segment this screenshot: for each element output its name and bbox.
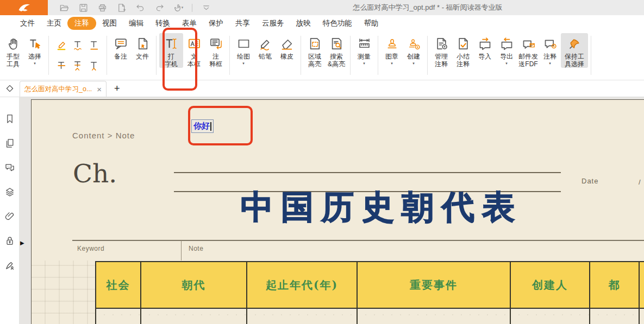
pages-panel-button[interactable] — [4, 138, 15, 149]
ribbon-group: 绘图▾铅笔橡皮 — [233, 33, 298, 78]
undo-button[interactable] — [135, 2, 146, 13]
menu-bar: 文件主页注释视图编辑转换表单保护共享云服务放映特色功能帮助 — [0, 15, 644, 31]
hand-gesture-button[interactable]: ▾ — [173, 2, 184, 13]
squiggly-underline-button[interactable] — [70, 35, 86, 55]
layers-panel-button[interactable] — [4, 187, 15, 198]
select-tool-button[interactable]: 选择▾ — [24, 33, 46, 66]
security-panel-button[interactable] — [4, 236, 15, 246]
hand-tool-button[interactable]: 手型工具 — [2, 33, 24, 68]
table-header-cell: 起止年代(年) — [247, 261, 358, 309]
measure-button[interactable]: 测量▾ — [353, 33, 375, 66]
highlight-button[interactable] — [53, 35, 70, 55]
document-area: Content > Note Ch. Date / 中国历史朝代表 Keywor… — [20, 97, 644, 324]
area-highlight-button[interactable]: 区域高亮 — [304, 33, 326, 68]
text-markup-grid — [52, 35, 104, 75]
menu-item[interactable]: 帮助 — [358, 17, 385, 30]
expand-panel-arrow[interactable]: ▶ — [20, 240, 24, 246]
table-header-cell: 创建人 — [511, 261, 590, 309]
page-title: 中国历史朝代表 — [241, 186, 522, 230]
redo-button[interactable] — [154, 2, 165, 13]
dropdown-caret-icon: ▾ — [412, 61, 415, 66]
undo-icon — [135, 3, 146, 13]
tab-close-icon[interactable]: × — [97, 85, 102, 93]
breadcrumb: Content > Note — [72, 131, 135, 140]
save-button[interactable] — [78, 2, 89, 13]
menu-item[interactable]: 主页 — [41, 17, 67, 30]
bookmarks-panel-button[interactable] — [4, 113, 15, 124]
insert-text-icon — [88, 59, 101, 72]
comments-panel-button[interactable] — [4, 162, 15, 173]
replace-text-button[interactable] — [70, 55, 86, 75]
title-line — [174, 172, 561, 173]
layers-icon — [4, 187, 15, 198]
menu-item[interactable]: 保护 — [203, 17, 229, 30]
comment-settings-icon — [543, 36, 558, 51]
main-area: Content > Note Ch. Date / 中国历史朝代表 Keywor… — [0, 97, 644, 324]
summarize-comments-icon — [456, 36, 471, 51]
menu-item[interactable]: 共享 — [229, 17, 256, 30]
tab-bar: 怎么面对高中学习_o... × + — [0, 80, 644, 97]
menu-item[interactable]: 云服务 — [256, 17, 290, 30]
comment-settings-button[interactable]: 注释▾ — [539, 33, 561, 66]
search-highlight-button[interactable]: 搜索&高亮 — [326, 33, 347, 68]
menu-item[interactable]: 注释 — [67, 17, 96, 30]
textbox-button[interactable]: 文本框 — [183, 33, 205, 68]
toolbar-separator — [192, 4, 192, 12]
keep-tool-selection-button[interactable]: 保持工具选择 — [561, 33, 588, 68]
table-header-cell — [640, 261, 644, 309]
underline-button[interactable] — [86, 35, 102, 55]
open-button[interactable] — [59, 2, 70, 13]
column-divider — [181, 240, 182, 261]
collapse-toolbar-button[interactable] — [201, 2, 211, 13]
ribbon-group: 区域高亮搜索&高亮 — [304, 33, 347, 78]
create-page-button[interactable] — [116, 2, 127, 13]
signature-panel-button[interactable] — [4, 260, 15, 271]
typewriter-text-annotation[interactable]: 你好 — [191, 119, 214, 133]
foxit-logo[interactable] — [0, 0, 48, 15]
print-button[interactable] — [97, 2, 108, 13]
pencil-button[interactable]: 铅笔 — [254, 33, 276, 60]
callout-button[interactable]: 注释框 — [205, 33, 227, 68]
measure-icon — [357, 36, 372, 51]
summarize-comments-button[interactable]: 小结注释 — [452, 33, 474, 68]
ribbon-group: 手型工具选择▾ — [2, 33, 46, 78]
menu-item[interactable]: 表单 — [176, 17, 203, 30]
create-stamp-button[interactable]: 创建▾ — [403, 33, 424, 66]
dropdown-caret-icon: ▾ — [242, 61, 245, 66]
menu-item[interactable]: 特色功能 — [317, 17, 358, 30]
menu-item[interactable]: 转换 — [149, 17, 176, 30]
new-page-icon — [116, 3, 127, 13]
ribbon-group: 打字机文本框注释框 — [159, 33, 227, 78]
new-tab-button[interactable]: + — [114, 83, 120, 94]
eraser-button[interactable]: 橡皮 — [276, 33, 298, 60]
document-tab[interactable]: 怎么面对高中学习_o... × — [20, 81, 107, 97]
menu-item[interactable]: 编辑 — [123, 17, 149, 30]
menu-item[interactable]: 视图 — [96, 17, 123, 30]
manage-comments-button[interactable]: 管理注释 — [430, 33, 452, 68]
ribbon-group: 管理注释小结注释导入导出▾邮件发送FDF注释▾保持工具选择 — [430, 33, 588, 78]
panel-toggle-icon[interactable] — [0, 80, 20, 97]
import-comments-icon — [478, 36, 492, 51]
ribbon-group: 图章▾创建▾ — [381, 33, 424, 78]
chapter-label: Ch. — [73, 158, 117, 188]
email-fdf-button[interactable]: 邮件发送FDF — [517, 33, 539, 68]
menu-item[interactable]: 放映 — [290, 17, 317, 30]
note-button[interactable]: 备注 — [110, 33, 132, 60]
typewriter-button[interactable]: 打字机 — [159, 33, 183, 68]
insert-text-button[interactable] — [86, 55, 102, 75]
strikeout-button[interactable] — [53, 55, 70, 75]
menu-item[interactable]: 文件 — [14, 17, 41, 30]
attachments-panel-button[interactable] — [4, 211, 15, 222]
stamp-button[interactable]: 图章▾ — [381, 33, 403, 66]
export-button[interactable]: 导出▾ — [496, 33, 517, 66]
textbox-icon — [187, 36, 202, 51]
ribbon-group — [52, 33, 104, 78]
file-attachment-button[interactable]: 文件 — [132, 33, 153, 60]
navigation-sidebar — [0, 97, 20, 324]
draw-button[interactable]: 绘图▾ — [233, 33, 254, 66]
table-body-cell — [95, 309, 141, 324]
dynasty-table: 社会朝代起止年代(年)重要事件创建人都 — [95, 261, 644, 324]
search-highlight-icon — [329, 36, 344, 51]
import-button[interactable]: 导入 — [474, 33, 496, 60]
table-body-cell — [247, 309, 358, 324]
